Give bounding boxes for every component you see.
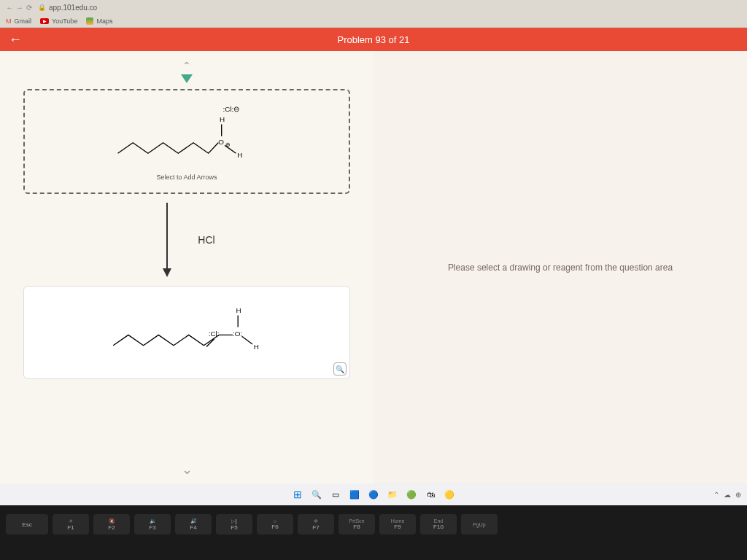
search-icon[interactable]: 🔍 [310, 488, 323, 501]
svg-line-12 [242, 336, 252, 344]
problem-title: Problem 93 of 21 [337, 34, 409, 45]
reactant-molecule: :Cl:⊖ H O ⊕ H [36, 102, 337, 168]
svg-text:H: H [220, 115, 225, 123]
key-f8: PrtScnF8 [338, 514, 375, 534]
browser-address-bar: ← → ⟳ 🔒 app.101edu.co [0, 0, 747, 15]
product-molecule: H :O: H :Cl: [36, 298, 338, 364]
scroll-up-button[interactable]: ⌃ [9, 60, 365, 71]
key-f5: ▷||F5 [216, 514, 252, 534]
svg-text:H: H [237, 151, 242, 159]
edge-icon[interactable]: 🟢 [405, 488, 418, 501]
key-f7: ✲F7 [298, 514, 334, 534]
maps-label: Maps [96, 18, 112, 25]
scroll-down-button[interactable]: ⌄ [182, 462, 193, 478]
reaction-arrow-icon [158, 200, 176, 280]
browser-back-icon[interactable]: ← [6, 4, 13, 12]
browser-forward-icon[interactable]: → [16, 4, 23, 12]
reactant-drawing-area[interactable]: :Cl:⊖ H O ⊕ H Select to Add Arrows [23, 89, 350, 194]
svg-marker-8 [163, 268, 171, 277]
svg-text:H: H [236, 306, 241, 314]
maps-icon [86, 18, 93, 25]
bookmark-gmail[interactable]: M Gmail [6, 18, 31, 25]
key-f2: 🔇F2 [93, 514, 130, 534]
tray-network-icon[interactable]: ⊕ [735, 491, 741, 499]
task-view-icon[interactable]: ▭ [329, 488, 342, 501]
bookmark-maps[interactable]: Maps [86, 18, 112, 25]
product-drawing-area[interactable]: H :O: H :Cl: 🔍 [23, 286, 350, 379]
key-f6: ☼F6 [257, 514, 293, 534]
app-header: ← Problem 93 of 21 [0, 28, 747, 51]
reagent-label: HCl [198, 234, 214, 246]
key-f9: HomeF9 [379, 514, 416, 534]
taskbar-app-icon[interactable]: 🔵 [367, 488, 380, 501]
tray-cloud-icon[interactable]: ☁ [724, 491, 731, 499]
magnify-button[interactable]: 🔍 [333, 362, 347, 376]
store-icon[interactable]: 🛍 [424, 488, 437, 501]
bookmark-youtube[interactable]: ▶ YouTube [40, 18, 77, 25]
windows-taskbar: ⊞ 🔍 ▭ 🟦 🔵 📁 🟢 🛍 🟡 ⌃ ☁ ⊕ [0, 483, 747, 505]
key-f3: 🔉F3 [134, 514, 171, 534]
browser-reload-icon[interactable]: ⟳ [26, 4, 32, 12]
key-f1: ☀F1 [53, 514, 89, 534]
bookmarks-bar: M Gmail ▶ YouTube Maps [0, 15, 747, 28]
key-f4: 🔊F4 [175, 514, 212, 534]
instruction-text: Please select a drawing or reagent from … [448, 262, 673, 273]
svg-text::O:: :O: [233, 330, 242, 338]
svg-text::Cl:: :Cl: [209, 330, 220, 338]
windows-start-icon[interactable]: ⊞ [291, 488, 304, 501]
file-explorer-icon[interactable]: 📁 [386, 488, 399, 501]
chrome-icon[interactable]: 🟡 [443, 488, 456, 501]
key-f11: PgUp [461, 514, 498, 534]
svg-text:H: H [254, 343, 259, 351]
lock-icon: 🔒 [38, 4, 46, 11]
taskbar-app-icon[interactable]: 🟦 [348, 488, 361, 501]
tray-chevron-icon[interactable]: ⌃ [713, 491, 719, 499]
svg-text::Cl:⊖: :Cl:⊖ [223, 105, 240, 113]
youtube-label: YouTube [52, 18, 77, 25]
key-esc: Esc [6, 514, 48, 534]
key-f10: EndF10 [420, 514, 457, 534]
reaction-arrow-container: HCl [9, 200, 365, 280]
marker-triangle-icon [181, 74, 193, 83]
svg-text:O: O [218, 138, 224, 146]
youtube-icon: ▶ [40, 18, 49, 24]
physical-keyboard: Esc ☀F1 🔇F2 🔉F3 🔊F4 ▷||F5 ☼F6 ✲F7 PrtScn… [0, 505, 747, 560]
add-arrows-label: Select to Add Arrows [36, 174, 337, 181]
back-button[interactable]: ← [9, 32, 22, 47]
url-text: app.101edu.co [49, 4, 97, 12]
question-panel: ⌃ :Cl:⊖ H O ⊕ H Select to Add Arrows [0, 51, 374, 483]
system-tray[interactable]: ⌃ ☁ ⊕ [713, 491, 741, 499]
gmail-icon: M [6, 18, 12, 25]
main-content: ⌃ :Cl:⊖ H O ⊕ H Select to Add Arrows [0, 51, 747, 483]
gmail-label: Gmail [15, 18, 32, 25]
answer-panel: Please select a drawing or reagent from … [374, 51, 747, 483]
